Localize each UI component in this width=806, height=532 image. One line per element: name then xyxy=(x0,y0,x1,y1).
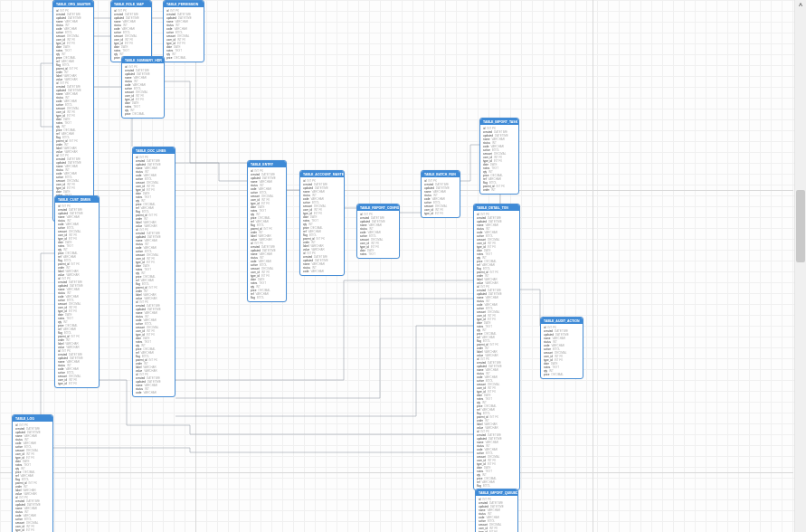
entity-header: TABLE_DOC_LINES xyxy=(133,147,175,154)
entity-tbl-bl[interactable]: TABLE_LOGidINT PKcreatedDATETIMEupdatedD… xyxy=(12,414,53,532)
entity-tbl-sumry[interactable]: TABLE_SUMMARY_HDRidINT PKcreatedDATETIME… xyxy=(121,56,165,119)
entity-tbl-r-sm[interactable]: TABLE_AUDIT_ACTIONidINT PKcreatedDATETIM… xyxy=(540,317,583,379)
entity-body: idINT PKcreatedDATETIMEupdatedDATETIMEna… xyxy=(476,496,517,532)
entity-body: idINT PKcreatedDATETIMEupdatedDATETIMEna… xyxy=(422,177,460,217)
entity-tbl-mid-tall[interactable]: TABLE_DOC_LINESidINT PKcreatedDATETIMEup… xyxy=(132,147,175,397)
entity-body: idINT PKcreatedDATETIMEupdatedDATETIMEna… xyxy=(13,422,52,532)
relationship-line xyxy=(175,326,473,416)
entity-body: idINT PKcreatedDATETIMEupdatedDATETIMEna… xyxy=(357,211,399,258)
entity-header: TABLE_IMPORT_TASK xyxy=(480,119,518,125)
erd-canvas[interactable]: TABLE_USERidINT PKcreatedDATETIMEupdated… xyxy=(0,0,806,532)
entity-body: idINT PKcreatedDATETIMEupdatedDATETIMEna… xyxy=(55,203,99,387)
entity-body: idINT PKcreatedDATETIMEupdatedDATETIMEna… xyxy=(300,177,344,275)
field-row: priceDECIMAL xyxy=(125,112,161,116)
entity-header: TABLE_CUST_DIMEN xyxy=(55,196,99,203)
field-row: codeVARCHAR xyxy=(136,391,172,394)
field-row: type_idINT FK xyxy=(424,212,457,215)
entity-header: TABLE_SUMMARY_HDR xyxy=(122,57,164,63)
entity-header: TABLE_LOG xyxy=(13,415,52,422)
entity-header: TABLE_IMPORT_QUEUED xyxy=(476,489,517,496)
field-row: codeVARCHAR xyxy=(303,270,341,273)
field-row: flagBOOL xyxy=(251,296,283,299)
grid-major-v xyxy=(593,0,593,532)
scrollbar-thumb[interactable] xyxy=(796,190,805,262)
relationship-line xyxy=(520,290,540,326)
entity-tbl-left-tall[interactable]: TABLE_ORG_MASTERidINT PKcreatedDATETIMEu… xyxy=(52,0,94,222)
entity-header: TABLE_ENTRY xyxy=(248,161,286,167)
relationship-line xyxy=(175,299,473,398)
entity-header: TABLE_ORG_MASTER xyxy=(53,1,93,7)
entity-header: TABLE_DETAIL_TXN xyxy=(474,204,519,211)
entity-tbl-bottom[interactable]: TABLE_IMPORT_QUEUEDidINT PKcreatedDATETI… xyxy=(475,489,518,532)
grid-major-h xyxy=(0,472,793,473)
entity-tbl-a3[interactable]: TABLE_PERMISSIONidINT PKcreatedDATETIMEu… xyxy=(163,0,204,62)
entity-header: TABLE_REPORT_CONFIG_X xyxy=(357,204,399,211)
field-row: flagBOOL xyxy=(477,484,517,488)
entity-body: idINT PKcreatedDATETIMEupdatedDATETIMEna… xyxy=(164,7,204,62)
relationship-line xyxy=(53,448,473,452)
entity-header: TABLE_ROLE_MAP xyxy=(111,1,151,7)
entity-tbl-c4[interactable]: TABLE_BATCH_RUNidINT PKcreatedDATETIMEup… xyxy=(421,170,460,218)
relationship-line xyxy=(175,280,473,380)
field-row: notesTEXT xyxy=(360,252,396,256)
relationship-line xyxy=(460,145,479,181)
entity-body: idINT PKcreatedDATETIMEupdatedDATETIMEna… xyxy=(122,63,164,118)
entity-body: idINT PKcreatedDATETIMEupdatedDATETIMEna… xyxy=(480,125,518,194)
relationship-line xyxy=(175,163,247,181)
field-row: priceDECIMAL xyxy=(166,56,201,60)
entity-body: idINT PKcreatedDATETIMEupdatedDATETIMEna… xyxy=(248,167,286,301)
entity-header: TABLE_PERMISSION xyxy=(164,1,204,7)
vertical-scrollbar[interactable]: ^ xyxy=(794,0,806,532)
entity-header: TABLE_BATCH_RUN xyxy=(422,171,460,177)
entity-header: TABLE_ACCOUNT_MASTER xyxy=(300,171,344,177)
entity-tbl-big-l[interactable]: TABLE_CUST_DIMENidINT PKcreatedDATETIMEu… xyxy=(54,195,100,388)
grid-major-h xyxy=(0,190,793,191)
entity-tbl-c1[interactable]: TABLE_ENTRYidINT PKcreatedDATETIMEupdate… xyxy=(247,160,287,302)
entity-tbl-c2[interactable]: TABLE_ACCOUNT_MASTERidINT PKcreatedDATET… xyxy=(299,170,345,276)
entity-tbl-c3[interactable]: TABLE_REPORT_CONFIG_XidINT PKcreatedDATE… xyxy=(356,204,400,259)
entity-body: idINT PKcreatedDATETIMEupdatedDATETIMEna… xyxy=(53,7,93,221)
field-row: orderINT xyxy=(483,188,516,192)
scroll-up-icon[interactable]: ^ xyxy=(795,0,806,11)
entity-body: idINT PKcreatedDATETIMEupdatedDATETIMEna… xyxy=(474,211,519,489)
field-row: type_idINT FK xyxy=(15,528,50,532)
grid-major-v xyxy=(195,0,196,532)
field-row: type_idINT FK xyxy=(58,382,96,385)
entity-body: idINT PKcreatedDATETIMEupdatedDATETIMEna… xyxy=(133,154,175,396)
field-row: priceDECIMAL xyxy=(544,373,580,376)
entity-body: idINT PKcreatedDATETIMEupdatedDATETIMEna… xyxy=(111,7,151,62)
entity-tbl-a2[interactable]: TABLE_ROLE_MAPidINT PKcreatedDATETIMEupd… xyxy=(110,0,152,62)
entity-tbl-right-tall[interactable]: TABLE_DETAIL_TXNidINT PKcreatedDATETIMEu… xyxy=(473,204,520,490)
entity-tbl-top-r[interactable]: TABLE_IMPORT_TASKidINT PKcreatedDATETIME… xyxy=(479,118,519,195)
entity-header: TABLE_AUDIT_ACTION xyxy=(541,318,583,324)
entity-body: idINT PKcreatedDATETIMEupdatedDATETIMEna… xyxy=(541,324,583,378)
